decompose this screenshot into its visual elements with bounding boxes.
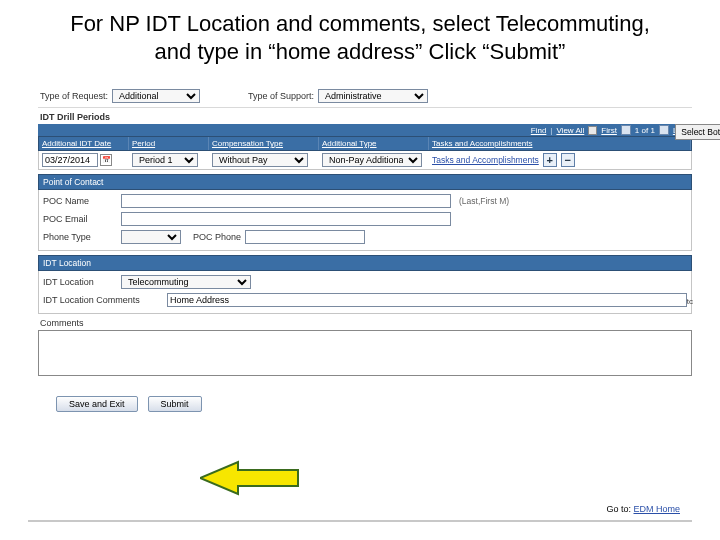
svg-marker-0: [200, 462, 298, 494]
idt-location-comments-input[interactable]: [167, 293, 687, 307]
next-icon[interactable]: [659, 125, 669, 135]
poc-section-header: Point of Contact: [38, 174, 692, 190]
goto-label: Go to:: [606, 504, 631, 514]
compensation-type-select[interactable]: Without Pay: [212, 153, 308, 167]
poc-phone-input[interactable]: [245, 230, 365, 244]
tc-ghost-text: tc: [687, 297, 693, 306]
row-count: 1 of 1: [635, 126, 655, 135]
phone-type-select[interactable]: [121, 230, 181, 244]
poc-name-hint: (Last,First M): [459, 196, 509, 206]
col-addl[interactable]: Additional Type: [319, 137, 429, 150]
additional-type-select[interactable]: Non-Pay Additional: [322, 153, 422, 167]
col-tasks[interactable]: Tasks and Accomplishments: [429, 137, 691, 150]
phone-type-label: Phone Type: [43, 232, 117, 242]
idt-location-section: IDT Location Telecommuting IDT Location …: [38, 271, 692, 314]
poc-email-input[interactable]: [121, 212, 451, 226]
tasks-accomplishments-link[interactable]: Tasks and Accomplishments: [432, 155, 539, 165]
edm-home-link[interactable]: EDM Home: [633, 504, 680, 514]
table-row: 📅 Period 1 Without Pay Non-Pay Additiona…: [38, 151, 692, 170]
type-of-support-label: Type of Support:: [248, 91, 314, 101]
request-header-row: Type of Request: Additional Type of Supp…: [38, 83, 692, 108]
type-of-request-label: Type of Request:: [40, 91, 108, 101]
prev-icon[interactable]: [621, 125, 631, 135]
comments-textarea[interactable]: [38, 330, 692, 376]
grid-find-bar: Find | View All First 1 of 1 Last: [38, 124, 692, 136]
col-period[interactable]: Period: [129, 137, 209, 150]
addl-idt-date-input[interactable]: [42, 153, 98, 167]
idt-location-select[interactable]: Telecommuting: [121, 275, 251, 289]
grid-header: Additional IDT Date Period Compensation …: [38, 136, 692, 151]
select-both-periods-button[interactable]: Select Both Periods: [675, 124, 720, 140]
remove-row-button[interactable]: −: [561, 153, 575, 167]
submit-button[interactable]: Submit: [148, 396, 202, 412]
poc-email-label: POC Email: [43, 214, 117, 224]
type-of-request-select[interactable]: Additional: [112, 89, 200, 103]
app-screenshot-frame: Type of Request: Additional Type of Supp…: [38, 83, 692, 412]
poc-name-label: POC Name: [43, 196, 117, 206]
slide-title: For NP IDT Location and comments, select…: [0, 0, 720, 71]
poc-phone-label: POC Phone: [193, 232, 241, 242]
find-link[interactable]: Find: [531, 126, 547, 135]
period-select[interactable]: Period 1: [132, 153, 198, 167]
idt-location-label: IDT Location: [43, 277, 117, 287]
callout-arrow-icon: [200, 458, 300, 510]
search-icon[interactable]: [588, 126, 597, 135]
first-link[interactable]: First: [601, 126, 617, 135]
view-all-link[interactable]: View All: [556, 126, 584, 135]
idt-location-section-header: IDT Location: [38, 255, 692, 271]
save-and-exit-button[interactable]: Save and Exit: [56, 396, 138, 412]
idt-drill-periods-label: IDT Drill Periods: [40, 112, 690, 122]
goto-nav: Go to: EDM Home: [606, 504, 680, 514]
button-row: Save and Exit Submit: [38, 396, 692, 412]
poc-section: POC Name (Last,First M) POC Email Phone …: [38, 190, 692, 251]
calendar-icon[interactable]: 📅: [100, 154, 112, 166]
comments-label: Comments: [40, 318, 690, 328]
add-row-button[interactable]: +: [543, 153, 557, 167]
divider: [28, 520, 692, 522]
type-of-support-select[interactable]: Administrative: [318, 89, 428, 103]
col-date[interactable]: Additional IDT Date: [39, 137, 129, 150]
idt-location-comments-label: IDT Location Comments: [43, 295, 163, 305]
poc-name-input[interactable]: [121, 194, 451, 208]
col-comp[interactable]: Compensation Type: [209, 137, 319, 150]
